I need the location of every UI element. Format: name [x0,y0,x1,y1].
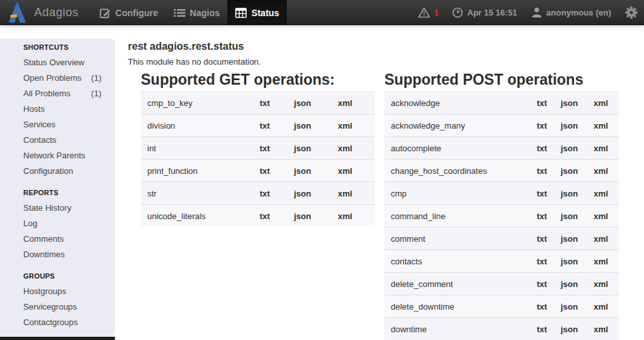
sidebar-item-services[interactable]: Services [0,117,115,133]
format-link-xml[interactable]: xml [594,234,619,244]
sidebar-item-downtimes[interactable]: Downtimes [0,247,115,262]
format-link-xml[interactable]: xml [338,98,375,108]
alerts-indicator[interactable]: 1 [418,7,439,18]
format-link-json[interactable]: json [561,234,594,244]
format-link-json[interactable]: json [561,98,594,108]
format-link-json[interactable]: json [294,98,338,108]
format-link-txt[interactable]: txt [537,211,561,221]
format-link-txt[interactable]: txt [537,257,561,266]
format-link-json[interactable]: json [561,211,594,221]
sidebar-section-header: REPORTS [23,185,115,200]
format-link-xml[interactable]: xml [594,257,619,266]
format-link-txt[interactable]: txt [537,279,561,289]
sidebar-item-network-parents[interactable]: Network Parents [0,148,115,164]
sidebar-item-hostgroups[interactable]: Hostgroups [0,284,115,299]
format-link-xml[interactable]: xml [338,211,375,221]
sidebar-item-contactgroups[interactable]: Contactgroups [0,315,115,330]
sidebar-item-hosts[interactable]: Hosts [0,101,115,117]
user-menu[interactable]: anonymous (en) [531,6,611,18]
sidebar-item-label: Contacts [23,133,56,148]
format-link-xml[interactable]: xml [594,189,619,198]
format-link-txt[interactable]: txt [537,302,561,312]
format-link-xml[interactable]: xml [594,302,619,312]
format-link-json[interactable]: json [561,121,594,131]
sidebar-item-open-problems[interactable]: Open Problems(1) [0,70,115,86]
format-link-json[interactable]: json [294,189,338,198]
operation-name: int [141,143,260,153]
sidebar-item-configuration[interactable]: Configuration [0,164,115,179]
format-link-xml[interactable]: xml [594,143,619,153]
format-link-xml[interactable]: xml [338,189,375,198]
get-operations-section: Supported GET operations: cmp_to_keytxtj… [141,70,375,227]
format-link-txt[interactable]: txt [537,98,561,108]
clock-display[interactable]: Apr 15 16:51 [452,7,517,18]
format-link-json[interactable]: json [561,257,594,266]
format-link-xml[interactable]: xml [594,211,619,221]
format-link-json[interactable]: json [561,279,594,289]
format-link-txt[interactable]: txt [537,166,561,176]
format-link-json[interactable]: json [294,211,338,221]
get-operations-table: cmp_to_keytxtjsonxmldivisiontxtjsonxmlin… [141,91,375,227]
sidebar-section-groups: GROUPSHostgroupsServicegroupsContactgrou… [0,268,115,330]
format-link-xml[interactable]: xml [594,279,619,289]
sidebar: SHORTCUTSStatus OverviewOpen Problems(1)… [0,39,115,337]
format-link-json[interactable]: json [561,189,594,198]
format-link-xml[interactable]: xml [338,166,375,176]
format-link-xml[interactable]: xml [338,121,375,131]
format-link-xml[interactable]: xml [594,98,619,108]
brand[interactable]: Adagios [0,0,79,25]
format-link-txt[interactable]: txt [260,211,294,221]
post-operations-table: acknowledgetxtjsonxmlacknowledge_manytxt… [384,91,619,340]
format-link-txt[interactable]: txt [260,143,294,153]
operation-name: autocomplete [384,143,537,153]
nav-item-status[interactable]: Status [227,0,287,25]
page-subtitle: This module has no documentation. [128,57,261,67]
sidebar-item-servicegroups[interactable]: Servicegroups [0,299,115,315]
format-link-xml[interactable]: xml [594,166,619,176]
format-link-txt[interactable]: txt [537,121,561,131]
operation-row: downtimetxtjsonxml [384,317,619,340]
nav-item-nagios[interactable]: Nagios [166,0,228,25]
settings-gear-icon[interactable] [625,6,638,19]
format-link-json[interactable]: json [561,143,594,153]
sidebar-item-label: Contactgroups [23,315,78,330]
sidebar-item-contacts[interactable]: Contacts [0,133,115,148]
format-link-txt[interactable]: txt [537,234,561,244]
operation-name: acknowledge_many [384,121,537,131]
operation-row: divisiontxtjsonxml [141,114,375,136]
format-link-xml[interactable]: xml [594,324,619,334]
format-link-xml[interactable]: xml [594,121,619,131]
format-link-json[interactable]: json [294,143,338,153]
format-link-txt[interactable]: txt [260,189,294,198]
format-link-json[interactable]: json [561,166,594,176]
format-link-txt[interactable]: txt [537,143,561,153]
operation-row: acknowledgetxtjsonxml [384,91,619,114]
get-operations-heading: Supported GET operations: [141,70,375,89]
format-link-txt[interactable]: txt [260,166,294,176]
sidebar-item-all-problems[interactable]: All Problems(1) [0,86,115,101]
sidebar-item-label: State History [23,200,71,216]
sidebar-item-comments[interactable]: Comments [0,231,115,247]
sidebar-item-state-history[interactable]: State History [0,200,115,216]
format-link-json[interactable]: json [294,121,338,131]
format-link-txt[interactable]: txt [537,189,561,198]
sidebar-section-header: GROUPS [23,268,115,284]
edit-icon [99,7,111,19]
nav-item-configure[interactable]: Configure [92,0,166,25]
main-menu: ConfigureNagiosStatus [92,0,287,25]
operation-row: inttxtjsonxml [141,136,375,159]
sidebar-item-log[interactable]: Log [0,216,115,231]
format-link-xml[interactable]: xml [338,143,375,153]
format-link-txt[interactable]: txt [260,98,294,108]
nav-item-label: Nagios [190,8,220,18]
operation-row: print_functiontxtjsonxml [141,159,375,182]
operation-row: unicode_literalstxtjsonxml [141,204,375,227]
format-link-txt[interactable]: txt [537,324,561,334]
sidebar-item-status-overview[interactable]: Status Overview [0,55,115,70]
format-link-json[interactable]: json [294,166,338,176]
format-link-json[interactable]: json [561,324,594,334]
format-link-json[interactable]: json [561,302,594,312]
operation-row: delete_commenttxtjsonxml [384,272,619,295]
operation-row: change_host_coordinatestxtjsonxml [384,159,619,182]
format-link-txt[interactable]: txt [260,121,294,131]
